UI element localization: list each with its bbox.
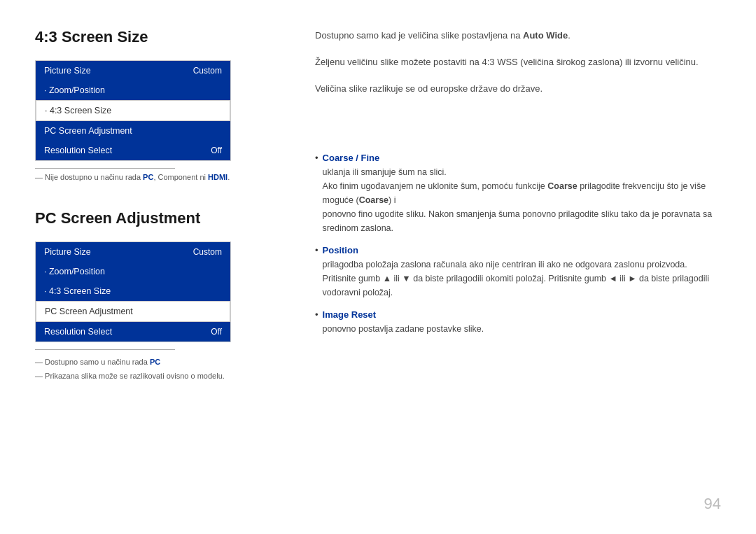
footnote-divider-2: [35, 349, 175, 350]
menu-label-zoom-position: · Zoom/Position: [44, 85, 105, 95]
menu-label-2-zoom-position: · Zoom/Position: [44, 267, 105, 276]
bullet-body-position-2: Pritisnite gumb ▲ ili ▼ da biste prilago…: [323, 272, 721, 300]
menu-label-picture-size: Picture Size: [44, 66, 91, 76]
bullet-coarse-fine: • Coarse / Fine uklanja ili smanjuje šum…: [315, 153, 721, 235]
menu-item-2-43-screen[interactable]: · 4:3 Screen Size: [36, 281, 230, 301]
menu-label-2-43-screen: · 4:3 Screen Size: [44, 286, 111, 296]
section-pc-screen-adjustment: PC Screen Adjustment Picture Size Custom…: [35, 209, 280, 384]
menu-value-2-resolution-select: Off: [211, 327, 222, 337]
bullet-position: • Position prilagodba položaja zaslona r…: [315, 245, 721, 300]
bullet-dot-3: •: [315, 309, 318, 320]
menu-item-43-screen[interactable]: · 4:3 Screen Size: [36, 100, 230, 121]
right-column: Dostupno samo kad je veličina slike post…: [294, 28, 721, 506]
menu-label-2-pc-screen-adj: PC Screen Adjustment: [45, 307, 133, 316]
footnote-line-2: — Prikazana slika može se razlikovati ov…: [35, 370, 280, 384]
bullet-body-position-1: prilagodba položaja zaslona računala ako…: [323, 258, 721, 272]
left-column: 4:3 Screen Size Picture Size Custom · Zo…: [35, 28, 294, 506]
menu-item-pc-screen-adj[interactable]: PC Screen Adjustment: [36, 121, 230, 141]
menu-value-resolution-select: Off: [211, 146, 222, 155]
section2-title: PC Screen Adjustment: [35, 209, 280, 227]
menu-label-2-resolution-select: Resolution Select: [44, 327, 112, 337]
menu-item-2-pc-screen-adj[interactable]: PC Screen Adjustment: [36, 301, 230, 322]
bullet-body-coarse-fine-1: uklanja ili smanjuje šum na slici.: [323, 165, 721, 179]
section-43-screen-size: 4:3 Screen Size Picture Size Custom · Zo…: [35, 28, 280, 181]
menu-box-1: Picture Size Custom · Zoom/Position · 4:…: [35, 60, 231, 161]
menu-item-zoom-position[interactable]: · Zoom/Position: [36, 80, 230, 100]
menu-value-picture-size: Custom: [193, 66, 222, 76]
menu-item-2-resolution-select[interactable]: Resolution Select Off: [36, 322, 230, 342]
right-text-line2: Željenu veličinu slike možete postaviti …: [315, 55, 721, 70]
section1-title: 4:3 Screen Size: [35, 28, 280, 46]
menu-label-43-screen: · 4:3 Screen Size: [45, 106, 111, 115]
menu-item-2-picture-size[interactable]: Picture Size Custom: [36, 242, 230, 262]
footnote-block-2: — Dostupno samo u načinu rada PC — Prika…: [35, 356, 280, 384]
bullet-body-image-reset: ponovno postavlja zadane postavke slike.: [323, 322, 484, 336]
bullet-title-position: Position: [323, 245, 721, 255]
bullet-title-coarse-fine: Coarse / Fine: [323, 153, 721, 163]
menu-label-2-picture-size: Picture Size: [44, 247, 91, 257]
bullet-dot-2: •: [315, 245, 318, 255]
menu-label-resolution-select: Resolution Select: [44, 146, 112, 155]
footnote-divider-1: [35, 168, 175, 169]
bullet-body-coarse-fine-2: Ako finim ugođavanjem ne uklonite šum, p…: [323, 179, 721, 235]
menu-item-2-zoom-position[interactable]: · Zoom/Position: [36, 262, 230, 281]
right-text-line1: Dostupno samo kad je veličina slike post…: [315, 28, 721, 43]
bullet-image-reset: • Image Reset ponovno postavlja zadane p…: [315, 309, 721, 336]
menu-value-2-picture-size: Custom: [193, 247, 222, 257]
footnote-line-1: — Dostupno samo u načinu rada PC: [35, 356, 280, 370]
section2-bullets: • Coarse / Fine uklanja ili smanjuje šum…: [315, 153, 721, 336]
bullet-dot-1: •: [315, 153, 318, 163]
menu-item-resolution-select[interactable]: Resolution Select Off: [36, 141, 230, 160]
menu-box-2: Picture Size Custom · Zoom/Position · 4:…: [35, 241, 231, 342]
right-text-line3: Veličina slike razlikuje se od europske …: [315, 81, 721, 97]
footnote-text-1: — Nije dostupno u načinu rada PC, Compon…: [35, 173, 280, 181]
page-number: 94: [704, 495, 721, 513]
bullet-title-image-reset: Image Reset: [323, 309, 484, 320]
menu-label-pc-screen-adj: PC Screen Adjustment: [44, 126, 132, 136]
menu-item-picture-size[interactable]: Picture Size Custom: [36, 61, 230, 80]
section1-right-text: Dostupno samo kad je veličina slike post…: [315, 28, 721, 97]
